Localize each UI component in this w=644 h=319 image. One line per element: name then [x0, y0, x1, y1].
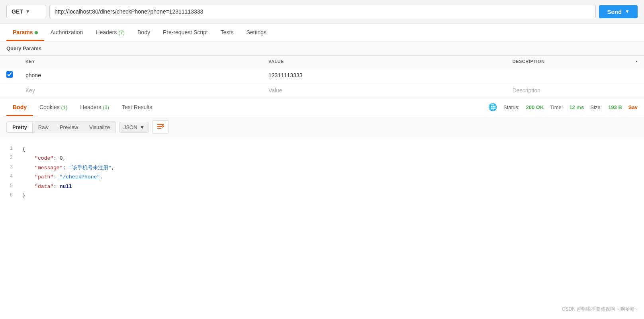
- col-desc-header: DESCRIPTION: [506, 56, 630, 67]
- method-label: GET: [12, 8, 23, 15]
- save-link[interactable]: Sav: [628, 104, 638, 110]
- wrap-icon: [157, 123, 164, 131]
- send-chevron-icon: ▼: [625, 9, 630, 14]
- visualize-button[interactable]: Visualize: [84, 122, 115, 133]
- code-line-5: 5 "data": null: [0, 182, 644, 191]
- placeholder-desc[interactable]: Description: [506, 83, 630, 98]
- size-label: Size:: [590, 104, 602, 110]
- tab-params[interactable]: Params: [6, 23, 44, 41]
- placeholder-value[interactable]: Value: [262, 83, 506, 98]
- col-value-header: VALUE: [262, 56, 506, 67]
- param-checkbox[interactable]: [6, 71, 13, 78]
- tab-response-body-label: Body: [13, 104, 27, 110]
- col-key-header: KEY: [19, 56, 262, 67]
- code-line-2: 2 "code": 0,: [0, 154, 644, 163]
- response-headers-badge: (3): [103, 104, 109, 110]
- send-label: Send: [607, 8, 622, 15]
- tab-headers[interactable]: Headers (7): [89, 23, 131, 41]
- col-checkbox-header: [0, 56, 19, 67]
- request-tabs: Params Authorization Headers (7) Body Pr…: [0, 23, 644, 41]
- tab-response-body[interactable]: Body: [6, 98, 33, 116]
- param-checkbox-cell[interactable]: [0, 67, 19, 83]
- param-key-cell[interactable]: phone: [19, 67, 262, 83]
- params-dot: [35, 31, 38, 34]
- size-value: 193 B: [608, 104, 622, 110]
- response-meta: 🌐 Status: 200 OK Time: 12 ms Size: 193 B…: [488, 103, 638, 112]
- method-select[interactable]: GET ▼: [6, 5, 46, 18]
- tab-response-headers[interactable]: Headers (3): [74, 98, 115, 116]
- response-tabs: Body Cookies (1) Headers (3) Test Result…: [0, 98, 644, 116]
- json-format-select[interactable]: JSON ▼: [119, 122, 149, 133]
- pretty-button[interactable]: Pretty: [7, 122, 33, 133]
- status-label: Status:: [503, 104, 519, 110]
- code-line-3: 3 "message": "该手机号未注册",: [0, 163, 644, 172]
- format-bar: Pretty Raw Preview Visualize JSON ▼: [0, 116, 644, 138]
- tab-response-cookies[interactable]: Cookies (1): [33, 98, 74, 116]
- tab-params-label: Params: [13, 29, 33, 35]
- status-value: 200 OK: [526, 104, 544, 110]
- col-dot-header: •: [630, 56, 644, 67]
- param-desc-cell[interactable]: [506, 67, 630, 83]
- param-value-cell[interactable]: 12311113333: [262, 67, 506, 83]
- json-format-label: JSON: [123, 124, 137, 130]
- tab-body-label: Body: [137, 29, 150, 35]
- raw-button[interactable]: Raw: [33, 122, 54, 133]
- tab-response-headers-label: Headers: [80, 104, 103, 110]
- time-label: Time:: [550, 104, 563, 110]
- request-bar: GET ▼ Send ▼: [0, 0, 644, 23]
- headers-badge: (7): [118, 29, 125, 35]
- tab-authorization-label: Authorization: [51, 29, 83, 35]
- placeholder-key[interactable]: Key: [19, 83, 262, 98]
- tab-authorization[interactable]: Authorization: [44, 23, 90, 41]
- tab-test-results-label: Test Results: [122, 104, 152, 110]
- tab-body[interactable]: Body: [131, 23, 157, 41]
- json-format-chevron: ▼: [140, 124, 145, 130]
- tab-tests-label: Tests: [221, 29, 234, 35]
- tab-headers-label: Headers: [96, 29, 118, 35]
- globe-icon: 🌐: [488, 103, 497, 112]
- tab-tests[interactable]: Tests: [214, 23, 240, 41]
- wrap-button[interactable]: [152, 120, 169, 134]
- time-value: 12 ms: [569, 104, 584, 110]
- params-table: KEY VALUE DESCRIPTION • phone 1231111333…: [0, 55, 644, 98]
- query-params-section-label: Query Params: [0, 41, 644, 55]
- tab-settings-label: Settings: [246, 29, 266, 35]
- json-code-block: 1 { 2 "code": 0, 3 "message": "该手机号未注册",…: [0, 138, 644, 207]
- tab-settings[interactable]: Settings: [240, 23, 273, 41]
- code-line-6: 6 }: [0, 191, 644, 200]
- tab-pre-request-label: Pre-request Script: [163, 29, 208, 35]
- url-input[interactable]: [49, 5, 596, 18]
- cookies-badge: (1): [61, 104, 67, 110]
- code-line-1: 1 {: [0, 145, 644, 154]
- send-button[interactable]: Send ▼: [599, 5, 638, 18]
- tab-test-results[interactable]: Test Results: [115, 98, 159, 116]
- method-chevron-icon: ▼: [25, 9, 30, 14]
- code-line-4: 4 "path": "/checkPhone",: [0, 172, 644, 182]
- preview-button[interactable]: Preview: [54, 122, 84, 133]
- tab-pre-request-script[interactable]: Pre-request Script: [157, 23, 214, 41]
- table-row: phone 12311113333: [0, 67, 644, 83]
- table-row-placeholder: Key Value Description: [0, 83, 644, 98]
- view-format-group: Pretty Raw Preview Visualize: [6, 121, 116, 133]
- tab-response-cookies-label: Cookies: [39, 104, 61, 110]
